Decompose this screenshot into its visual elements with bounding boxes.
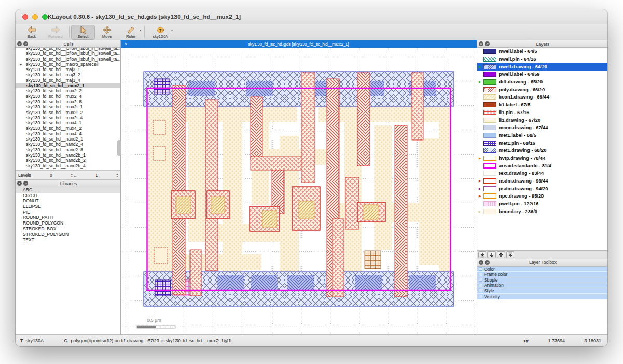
- layer-swatch[interactable]: [483, 94, 496, 100]
- tab-close-icon[interactable]: ×: [121, 41, 131, 47]
- layer-swatch[interactable]: [483, 178, 496, 184]
- library-row[interactable]: STROKED_BOX: [16, 226, 120, 232]
- layer-swatch[interactable]: [483, 201, 496, 206]
- cell-row[interactable]: sky130_fd_sc_hd__mux2i_1: [16, 104, 120, 109]
- library-row[interactable]: STROKED_POLYGON: [16, 232, 120, 237]
- layer-swatch[interactable]: [483, 49, 496, 54]
- cell-row[interactable]: sky130_fd_sc_hd__maj3_1: [16, 67, 120, 72]
- layer-swatch[interactable]: [483, 64, 496, 69]
- toolbox-expander-icon[interactable]: [479, 284, 482, 287]
- layer-swatch[interactable]: [483, 141, 496, 146]
- cell-row[interactable]: sky130_fd_sc_hd__mux4_4: [16, 131, 120, 136]
- cell-row[interactable]: sky130_fd_sc_hd__mux2_4: [16, 94, 120, 99]
- layer-swatch[interactable]: [483, 133, 496, 138]
- cell-expander-icon[interactable]: [20, 94, 26, 99]
- library-row[interactable]: TEXT: [16, 237, 120, 243]
- detach-panel-icon[interactable]: ↗: [485, 41, 490, 46]
- library-row[interactable]: ELLIPSE: [16, 204, 120, 209]
- cell-expander-icon[interactable]: [20, 142, 26, 147]
- layer-row[interactable]: pwell.pin - 122/16: [477, 200, 607, 208]
- cell-expander-icon[interactable]: [20, 163, 26, 169]
- layer-swatch[interactable]: [483, 118, 496, 123]
- toolbox-expander-icon[interactable]: [479, 295, 482, 298]
- layer-row[interactable]: mcon.drawing - 67/44: [477, 124, 607, 132]
- cell-expander-icon[interactable]: [20, 136, 26, 142]
- layer-swatch[interactable]: [483, 148, 496, 153]
- cell-row[interactable]: sky130_fd_sc_hd__nand2b_1: [16, 152, 120, 158]
- select-mode-button[interactable]: Select: [71, 25, 95, 40]
- move-layer-up-button[interactable]: [497, 251, 505, 258]
- layer-row[interactable]: licon1.drawing - 66/44: [477, 93, 607, 101]
- cell-expander-icon[interactable]: [20, 67, 26, 72]
- cell-expander-icon[interactable]: [20, 115, 26, 120]
- cell-row[interactable]: sky130_fd_sc_hd__nand2_4: [16, 142, 120, 147]
- layer-expander-icon[interactable]: ▶: [479, 179, 483, 183]
- cell-expander-icon[interactable]: [20, 110, 26, 115]
- move-layer-to-top-button[interactable]: [506, 251, 514, 258]
- cell-expander-icon[interactable]: [20, 158, 26, 163]
- layer-row[interactable]: ▶ npc.drawing - 95/20: [477, 192, 607, 200]
- layer-row[interactable]: nwell.pin - 64/16: [477, 55, 607, 63]
- technology-button[interactable]: ▾ T sky130A: [146, 25, 174, 40]
- level-from-stepper[interactable]: ▴▾: [71, 173, 73, 177]
- layer-swatch[interactable]: [483, 72, 496, 77]
- move-mode-button[interactable]: Move: [95, 25, 119, 40]
- cell-expander-icon[interactable]: [20, 88, 26, 93]
- library-row[interactable]: ROUND_PATH: [16, 215, 120, 220]
- layer-swatch[interactable]: [483, 79, 496, 85]
- move-layer-down-button[interactable]: [487, 251, 496, 258]
- layer-row[interactable]: ▶ nsdm.drawing - 93/44: [477, 177, 607, 185]
- zoom-window-icon[interactable]: [42, 14, 48, 20]
- cell-row[interactable]: sky130_fd_sc_hd__mux2i_2: [16, 110, 120, 115]
- library-row[interactable]: CIRCLE: [16, 193, 120, 199]
- layout-tab[interactable]: × sky130_fd_sc_hd.gds [sky130_fd_sc_hd__…: [121, 40, 477, 48]
- level-to-value[interactable]: 1: [78, 173, 115, 178]
- layer-row[interactable]: areaid.standardc - 81/4: [477, 162, 607, 170]
- move-layer-to-bottom-button[interactable]: [478, 251, 486, 258]
- cell-expander-icon[interactable]: ▶: [20, 62, 26, 67]
- cell-row[interactable]: sky130_fd_sc_hd__nand2_1: [16, 136, 120, 142]
- minimize-window-icon[interactable]: [32, 14, 38, 20]
- layer-swatch[interactable]: [483, 110, 496, 115]
- layer-swatch[interactable]: [483, 163, 496, 169]
- layer-row[interactable]: poly.drawing - 66/20: [477, 86, 607, 93]
- cell-row[interactable]: sky130_fd_sc_hd__nand2b_2: [16, 158, 120, 163]
- layout-canvas[interactable]: 0.5 µm: [121, 48, 477, 334]
- layer-row[interactable]: ▶ diff.drawing - 65/20: [477, 78, 607, 86]
- close-window-icon[interactable]: [22, 14, 28, 20]
- close-panel-icon[interactable]: ×: [17, 181, 22, 186]
- layer-swatch[interactable]: [483, 156, 496, 161]
- layer-row[interactable]: met1.pin - 68/16: [477, 139, 607, 147]
- layer-row[interactable]: ▶ boundary - 236/0: [477, 207, 607, 215]
- layer-toolbox-row[interactable]: Color: [477, 267, 607, 272]
- cell-expander-icon[interactable]: [20, 120, 26, 125]
- cell-expander-icon[interactable]: [20, 51, 26, 56]
- cell-row[interactable]: sky130_fd_sc_hd__mux2_2: [16, 88, 120, 93]
- layer-row[interactable]: met1.label - 68/5: [477, 132, 607, 139]
- cell-row[interactable]: sky130_fd_sc_hd__mux4_2: [16, 125, 120, 131]
- cell-row[interactable]: sky130_fd_sc_hd__maj3_4: [16, 78, 120, 83]
- layer-row[interactable]: ▶ nwell.drawing - 64/20: [477, 63, 607, 71]
- layer-row[interactable]: pwell.label - 64/59: [477, 71, 607, 78]
- ruler-mode-button[interactable]: ▾ Ruler: [119, 25, 143, 40]
- detach-panel-icon[interactable]: ↗: [23, 41, 28, 46]
- layer-row[interactable]: ▶ psdm.drawing - 94/20: [477, 185, 607, 192]
- cell-row[interactable]: sky130_fd_sc_hd__lpflow_lsbuf_lh_isowell…: [16, 51, 120, 56]
- layer-swatch[interactable]: [483, 193, 496, 199]
- back-button[interactable]: Back: [20, 25, 44, 40]
- level-to-stepper[interactable]: ▴▾: [116, 173, 118, 177]
- layer-expander-icon[interactable]: ▶: [479, 194, 483, 198]
- cell-row[interactable]: sky130_fd_sc_hd__nand2b_4: [16, 163, 120, 169]
- cell-expander-icon[interactable]: [20, 72, 26, 77]
- cell-expander-icon[interactable]: [20, 125, 26, 131]
- cell-row[interactable]: sky130_fd_sc_hd__mux2_1: [16, 83, 120, 88]
- cell-expander-icon[interactable]: [20, 99, 26, 104]
- layer-swatch[interactable]: [483, 87, 496, 92]
- cell-row[interactable]: sky130_fd_sc_hd__maj3_2: [16, 72, 120, 77]
- layer-row[interactable]: nwell.label - 64/5: [477, 48, 607, 55]
- layer-toolbox-row[interactable]: Visibility: [477, 294, 607, 300]
- cell-expander-icon[interactable]: [20, 104, 26, 109]
- cell-row[interactable]: sky130_fd_sc_hd__mux2_8: [16, 99, 120, 104]
- layer-expander-icon[interactable]: ▶: [479, 80, 483, 83]
- toolbox-expander-icon[interactable]: [479, 278, 482, 282]
